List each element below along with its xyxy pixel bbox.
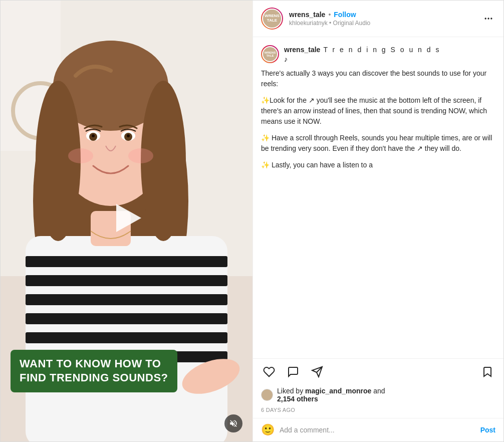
trending-sounds-text: T r e n d i n g S o u n d s xyxy=(323,46,440,54)
svg-point-31 xyxy=(265,391,270,396)
comment-button[interactable] xyxy=(285,364,301,380)
svg-point-23 xyxy=(68,148,93,163)
likes-prefix: Liked by xyxy=(277,387,305,395)
right-panel: WRENS TALE wrens_tale • Follow khloekuri… xyxy=(253,1,503,441)
comment-input-row: 🙂 Post xyxy=(253,418,503,441)
svg-rect-8 xyxy=(26,294,227,305)
video-panel: WANT TO KNOW HOW TO FIND TRENDING SOUNDS… xyxy=(1,1,253,442)
svg-point-22 xyxy=(127,134,130,137)
avatar-logo: WRENS TALE xyxy=(265,14,280,23)
bookmark-button[interactable] xyxy=(479,364,495,380)
svg-point-26 xyxy=(485,18,486,19)
caption-area: WRENS TALE wrens_taleT r e n d i n g S o… xyxy=(253,37,503,358)
svg-rect-10 xyxy=(26,332,227,343)
avatar-wrapper[interactable]: WRENS TALE xyxy=(261,8,283,30)
svg-point-27 xyxy=(487,18,489,19)
follow-button[interactable]: Follow xyxy=(334,11,356,19)
play-triangle-icon xyxy=(116,204,141,232)
overlay-text-line1: WANT TO KNOW HOW TO xyxy=(20,357,168,371)
likes-text: Liked by magic_and_monroe and 2,154 othe… xyxy=(277,387,385,403)
dot-separator: • xyxy=(328,11,331,19)
music-note-icon: ♪ xyxy=(284,55,495,63)
header-info: wrens_tale • Follow khloekuriatnyk • Ori… xyxy=(289,11,475,27)
liker-avatar xyxy=(261,389,273,401)
caption-paragraph-4: ✨ Lastly, you can have a listen to a xyxy=(261,160,495,170)
avatar-inner: WRENS TALE xyxy=(262,9,282,29)
more-options-icon xyxy=(483,14,493,24)
caption-header-row: WRENS TALE wrens_taleT r e n d i n g S o… xyxy=(261,45,495,63)
post-comment-button[interactable]: Post xyxy=(480,426,495,434)
comment-icon xyxy=(287,366,299,378)
more-options-button[interactable] xyxy=(481,12,495,26)
caption-avatar-inner: WRENS TALE xyxy=(262,46,278,62)
overlay-text-line2: FIND TRENDING SOUNDS? xyxy=(20,371,168,385)
share-button[interactable] xyxy=(309,364,325,380)
svg-rect-9 xyxy=(26,313,227,324)
svg-point-21 xyxy=(92,134,95,137)
video-text-overlay: WANT TO KNOW HOW TO FIND TRENDING SOUNDS… xyxy=(11,350,242,392)
mute-icon xyxy=(229,419,238,428)
mute-button[interactable] xyxy=(224,414,242,432)
header-subtitle: khloekuriatnyk • Original Audio xyxy=(289,20,475,27)
like-button[interactable] xyxy=(261,364,277,380)
caption-text-block: wrens_taleT r e n d i n g S o u n d s ♪ xyxy=(284,45,495,63)
likes-row: Liked by magic_and_monroe and 2,154 othe… xyxy=(253,385,503,407)
header-top-row: wrens_tale • Follow xyxy=(289,11,475,19)
post-header: WRENS TALE wrens_tale • Follow khloekuri… xyxy=(253,1,503,37)
emoji-icon: 🙂 xyxy=(261,423,275,436)
bookmark-icon xyxy=(481,366,493,378)
overlay-text-box: WANT TO KNOW HOW TO FIND TRENDING SOUNDS… xyxy=(11,350,177,392)
caption-paragraph-1: There's actually 3 ways you can discover… xyxy=(261,68,495,89)
svg-rect-7 xyxy=(26,275,227,286)
caption-paragraph-2: ✨Look for the ↗ you'll see the music at … xyxy=(261,95,495,127)
likes-first-liker[interactable]: magic_and_monroe xyxy=(305,387,371,395)
likes-and: and xyxy=(371,387,385,395)
svg-point-24 xyxy=(128,148,153,163)
caption-paragraph-3: ✨ Have a scroll through Reels, sounds yo… xyxy=(261,133,495,154)
share-icon xyxy=(311,366,323,378)
actions-bar xyxy=(253,358,503,385)
caption-username[interactable]: wrens_tale xyxy=(284,46,320,54)
svg-point-28 xyxy=(490,18,492,19)
caption-body: There's actually 3 ways you can discover… xyxy=(261,68,495,170)
likes-count: 2,154 others xyxy=(277,395,318,403)
caption-avatar-logo: WRENS TALE xyxy=(265,51,276,57)
timestamp: 6 DAYS AGO xyxy=(253,407,503,418)
emoji-button[interactable]: 🙂 xyxy=(261,423,275,436)
play-button[interactable] xyxy=(109,200,144,236)
caption-avatar-wrapper[interactable]: WRENS TALE xyxy=(261,45,279,63)
svg-rect-6 xyxy=(26,256,227,267)
comment-input[interactable] xyxy=(280,426,475,434)
heart-icon xyxy=(263,366,275,378)
header-username[interactable]: wrens_tale xyxy=(289,11,325,19)
